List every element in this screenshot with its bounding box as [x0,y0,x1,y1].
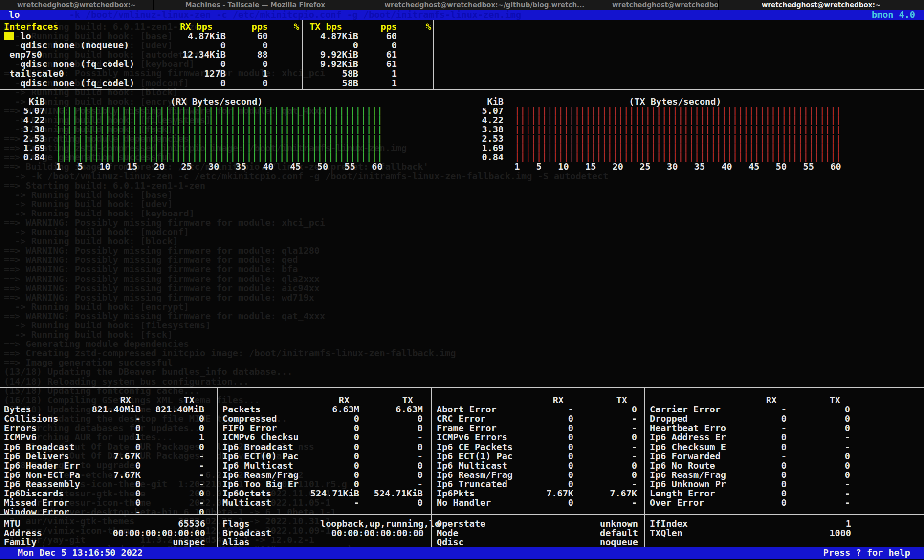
info-alias-label: Alias [222,538,250,547]
stats-panel-1-tx-header: TX [354,395,413,405]
stats-ip6-reassembly-label: Ip6 Reassembly [4,479,80,489]
info-ifindex-value: 1 [748,519,851,528]
interface-row-tailscale0-tx-pps: 1 [354,69,397,78]
tab-firefox-tailscale[interactable]: Machines - Tailscale — Mozilla Firefox [154,0,357,10]
stats-ip6-ce-packets-label: Ip6 CE Packets [437,442,513,452]
stats-ip6-multicast-label: Ip6 Multicast [437,461,507,470]
interface-row-tailscale0-rx-pps: 1 [229,69,268,78]
stats-compressed-label: Compressed [222,414,277,423]
info-txqlen-label: TXQlen [650,528,682,538]
stats-length-error-tx: - [792,489,850,498]
tab-shell-active[interactable]: wretchedghost@wretchedbox:~ [719,0,924,10]
stats-window-error-label: Window Error [4,507,69,517]
stats-abort-error-tx: 0 [578,405,637,414]
stats-ip6-ect-1-pac-tx: - [578,452,637,461]
stats-bytes-label: Bytes [4,405,31,414]
stats-ip6-truncated-rx: 0 [515,479,573,489]
stats-ip6-reasm-frag-label: Ip6 Reasm/Frag [222,470,299,479]
stats-carrier-error-rx: - [728,405,787,414]
stats-panel-1-rx-header: RX [291,395,350,405]
stats-length-error-label: Length Error [650,489,715,498]
stats-ip6-reasm-frag-rx: 0 [515,470,573,479]
info-qdisc-label: Qdisc [437,538,464,547]
stats-window-error-tx: 0 [146,507,204,517]
divider-above-info [0,514,924,515]
interface-row-qdisc-none-noqueue-[interactable]: qdisc none (noqueue) [4,41,129,50]
info-mtu-value: 65536 [102,519,205,528]
stats-errors-label: Errors [4,423,37,432]
interface-row-qdisc-none-fq-codel--tx-pps: 61 [354,59,397,68]
stats-ip6-too-big-er-label: Ip6 Too Big Er [222,479,299,489]
interface-row-enp7s0[interactable]: enp7s0 [4,50,42,59]
status-help-hint: Press ? for help [823,548,910,557]
stats-heartbeat-erro-tx: 0 [792,423,850,432]
interface-row-lo-tx-pps: 60 [354,31,397,41]
stats-multicast-label: Multicast [222,498,271,507]
stats-ip6-broadcast-tx: 0 [364,442,423,452]
stats-abort-error-rx: - [515,405,573,414]
stats-ip6-reasm-frag-rx: 0 [301,470,359,479]
stats-fifo-error-tx: 0 [364,423,423,432]
info-qdisc-value: noqueue [534,538,638,547]
interface-row-qdisc-none-fq-codel-[interactable]: qdisc none (fq_codel) [4,78,134,87]
info-operstate-value: unknown [534,519,638,528]
stats-ip6-truncated-tx: - [578,479,637,489]
stats-panel-0-tx-header: TX [136,395,195,405]
stats-ip6-header-err-tx: - [146,461,204,470]
info-broadcast-label: Broadcast [222,528,271,538]
interface-row-qdisc-none-fq-codel--tx-bps: 58B [306,78,358,87]
tab-shell-blog[interactable]: wretchedghost@wretchedbox:~/github/blog.… [357,0,612,10]
interface-row-qdisc-none-fq-codel--tx-bps: 9.92KiB [306,59,358,68]
stats-crc-error-rx: 0 [515,414,573,423]
stats-ip6-reasm-frag-tx: 0 [364,470,423,479]
stats-ip6-address-er-rx: 0 [728,432,787,442]
info-family-value: unspec [102,538,205,547]
stats-ip6-unknown-pr-tx: - [792,479,850,489]
selected-row-marker [4,32,14,41]
stats-ip6-too-big-er-tx: - [364,479,423,489]
stats-crc-error-label: CRC Error [437,414,485,423]
stats-compressed-tx: 0 [364,414,423,423]
stats-ip6-reassembly-tx: - [146,479,204,489]
interface-row-lo-rx-bps: 4.87KiB [128,31,226,41]
stats-collisions-rx: - [82,414,141,423]
stats-over-error-rx: 0 [728,498,787,507]
stats-column-divider-1 [217,387,218,547]
stats-carrier-error-label: Carrier Error [650,405,721,414]
tab-shell-2[interactable]: wretchedghost@wretchedbox:~ [612,0,719,10]
interface-row-qdisc-none-fq-codel-[interactable]: qdisc none (fq_codel) [4,59,134,68]
stats-ip6-too-big-er-rx: 0 [301,479,359,489]
interface-row-tailscale0[interactable]: tailscale0 [4,69,64,78]
stats-ip6-broadcast-rx: 0 [82,442,141,452]
stats-errors-rx: 0 [82,423,141,432]
info-address-label: Address [4,528,42,538]
stats-multicast-rx: - [301,498,359,507]
stats-icmpv6-tx: 1 [146,432,204,442]
stats-ip6-broadcast-rx: 0 [301,442,359,452]
stats-icmpv6-errors-label: ICMPv6 Errors [437,432,507,442]
stats-packets-label: Packets [222,405,261,414]
status-bar: Mon Dec 5 13:16:50 2022 Press ? for help [0,547,924,559]
info-flags-value: loopback,up,running,lo [320,519,424,528]
stats-missed-error-label: Missed Error [4,498,69,507]
info-operstate-label: Operstate [437,519,485,528]
stats-ip6-unknown-pr-rx: 0 [728,479,787,489]
stats-ip6-delivers-label: Ip6 Delivers [4,452,69,461]
stats-ip6-unknown-pr-label: Ip6 Unknown Pr [650,479,726,489]
tab-shell-1[interactable]: wretchedghost@wretchedbox:~ [0,0,154,10]
stats-ip6discards-label: Ip6Discards [4,489,64,498]
tx-pps-header: pps [354,22,397,31]
terminal-screen: wretchedghost@wretchedbox:~ Machines - T… [0,0,924,560]
stats-ip6-ect-0-pac-tx: - [364,452,423,461]
info-broadcast-value: 00:00:00:00:00:00 [320,528,424,538]
stats-ip6discards-rx: 0 [82,489,141,498]
stats-icmpv6-label: ICMPv6 [4,432,37,442]
stats-packets-tx: 6.63M [364,405,423,414]
interface-row-tailscale0-tx-bps: 58B [306,69,358,78]
interface-row-enp7s0-tx-pps: 61 [354,50,397,59]
rx-graph: KiB (RX Bytes/second) 5.07 |||||||||||||… [0,97,383,172]
info-family-label: Family [4,538,37,547]
stats-bytes-rx: 821.40MiB [82,405,141,414]
rx-pps-header: pps [229,22,268,31]
stats-ip6-reasm-frag-tx: 0 [578,470,637,479]
